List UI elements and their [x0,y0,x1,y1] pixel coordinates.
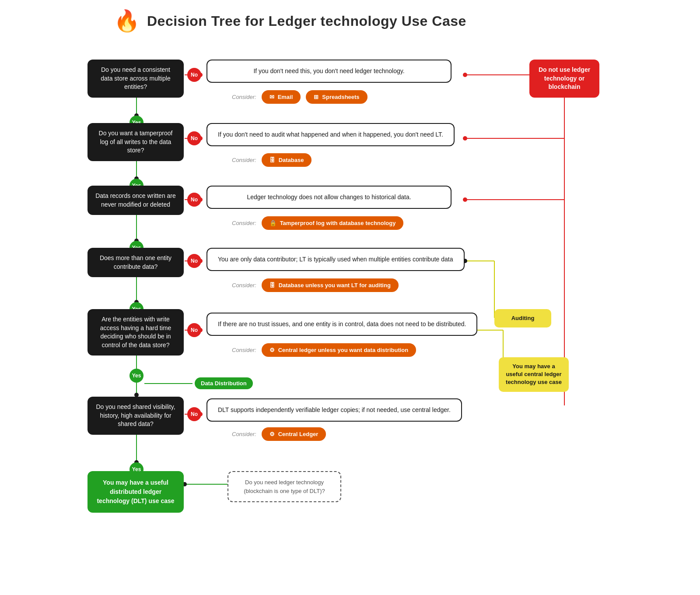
dlt-box: You may have a useful distributed ledger… [88,471,184,513]
consider-label-1: Consider: [232,94,256,100]
consider-database-1: 🗄 Database [262,153,312,167]
answer-4: You are only data contributor; LT is typ… [206,248,465,271]
answer-6: DLT supports independently verifiable le… [206,398,462,422]
answer-3: Ledger technology does not allow changes… [206,186,452,209]
question-5: Are the entities with write access havin… [88,309,184,356]
answer-1: If you don't need this, you don't need l… [206,60,452,83]
do-not-use-box: Do not use ledger technology or blockcha… [529,60,599,98]
question-6: Do you need shared visibility, history, … [88,397,184,435]
question-3: Data records once written are never modi… [88,186,184,215]
consider-database-lt: 🗄 Database unless you want LT for auditi… [262,278,399,292]
consider-label-2: Consider: [232,157,256,163]
page-title: Decision Tree for Ledger technology Use … [147,13,466,29]
question-4: Does more than one entity contribute dat… [88,248,184,277]
consider-spreadsheets: ⊞ Spreadsheets [306,90,367,104]
auditing-box: Auditing [494,309,551,327]
consider-label-6: Consider: [232,431,256,437]
diagram: Do you need a consistent data store acro… [88,51,612,595]
central-ledger-usecase-box: You may have a useful central ledger tec… [499,357,569,392]
question-2: Do you want a tamperproof log of all wri… [88,123,184,161]
consider-label-4: Consider: [232,282,256,289]
no-badge-4: No [187,254,201,268]
consider-label-5: Consider: [232,347,256,353]
svg-point-3 [463,73,467,77]
consider-central-ledger: ⚙ Central Ledger [262,427,326,441]
no-badge-5: No [187,323,201,337]
flame-icon: 🔥 [114,9,140,33]
yes-badge-5: Yes [130,369,144,383]
no-badge-2: No [187,131,201,145]
no-badge-6: No [187,407,201,421]
svg-point-8 [463,197,467,202]
consider-central-ledger-dist: ⚙ Central ledger unless you want data di… [262,343,416,357]
question-1: Do you need a consistent data store acro… [88,60,184,98]
consider-email: ✉ Email [262,90,301,104]
consider-label-3: Consider: [232,220,256,226]
svg-point-6 [463,136,467,141]
answer-2: If you don't need to audit what happened… [206,123,455,146]
blockchain-question-box: Do you need ledger technology (blockchai… [228,471,341,502]
no-badge-3: No [187,193,201,207]
data-distribution-label: Data Distribution [195,377,253,389]
no-badge-1: No [187,68,201,82]
consider-tamperproof: 🔒 Tamperproof log with database technolo… [262,216,404,230]
answer-5: If there are no trust issues, and one en… [206,313,477,336]
